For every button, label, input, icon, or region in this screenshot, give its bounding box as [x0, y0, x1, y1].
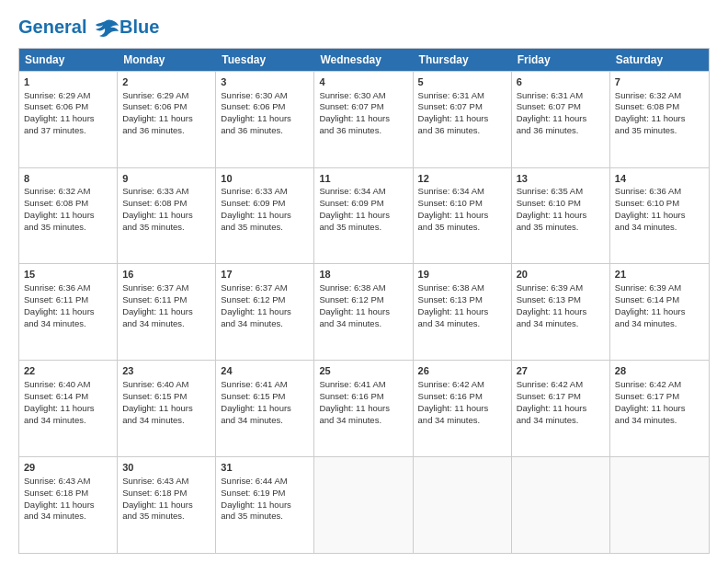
day-info-line: Daylight: 11 hours	[221, 113, 309, 125]
calendar-day-10: 10Sunrise: 6:33 AMSunset: 6:09 PMDayligh…	[216, 168, 314, 264]
calendar-day-30: 30Sunrise: 6:43 AMSunset: 6:18 PMDayligh…	[118, 457, 216, 553]
day-info-line: Daylight: 11 hours	[122, 500, 210, 511]
calendar-day-3: 3Sunrise: 6:30 AMSunset: 6:06 PMDaylight…	[216, 72, 314, 167]
day-info-line: Daylight: 11 hours	[615, 210, 704, 222]
logo: General Blue	[18, 17, 159, 39]
calendar-day-18: 18Sunrise: 6:38 AMSunset: 6:12 PMDayligh…	[314, 264, 413, 360]
day-info-line: Daylight: 11 hours	[122, 210, 210, 222]
day-info-line: Sunrise: 6:36 AM	[24, 282, 112, 294]
day-info-line: Sunrise: 6:44 AM	[221, 476, 309, 488]
calendar-day-5: 5Sunrise: 6:31 AMSunset: 6:07 PMDaylight…	[414, 72, 512, 167]
day-number: 11	[319, 172, 407, 186]
day-info-line: Sunrise: 6:31 AM	[418, 90, 506, 102]
day-info-line: and 36 minutes.	[319, 125, 407, 137]
day-info-line: Sunset: 6:07 PM	[319, 101, 407, 113]
day-number: 14	[615, 172, 704, 186]
day-info-line: Daylight: 11 hours	[319, 306, 407, 318]
day-info-line: Sunset: 6:18 PM	[122, 488, 210, 500]
day-info-line: Sunrise: 6:42 AM	[418, 379, 506, 391]
day-info-line: and 34 minutes.	[319, 415, 407, 427]
calendar-day-9: 9Sunrise: 6:33 AMSunset: 6:08 PMDaylight…	[118, 168, 216, 264]
day-info-line: Daylight: 11 hours	[221, 500, 309, 511]
day-info-line: Sunset: 6:06 PM	[221, 101, 309, 113]
day-info-line: Daylight: 11 hours	[418, 113, 506, 125]
day-info-line: Daylight: 11 hours	[517, 113, 605, 125]
calendar-day-13: 13Sunrise: 6:35 AMSunset: 6:10 PMDayligh…	[512, 168, 610, 264]
day-info-line: Sunset: 6:09 PM	[221, 198, 309, 210]
day-info-line: Sunrise: 6:37 AM	[122, 282, 210, 294]
calendar-day-7: 7Sunrise: 6:32 AMSunset: 6:08 PMDaylight…	[610, 72, 709, 167]
day-info-line: Daylight: 11 hours	[319, 403, 407, 415]
day-number: 20	[517, 268, 605, 282]
day-info-line: Daylight: 11 hours	[221, 306, 309, 318]
day-info-line: and 36 minutes.	[418, 125, 506, 137]
calendar-day-14: 14Sunrise: 6:36 AMSunset: 6:10 PMDayligh…	[610, 168, 709, 264]
calendar-day-12: 12Sunrise: 6:34 AMSunset: 6:10 PMDayligh…	[414, 168, 512, 264]
day-info-line: Sunset: 6:10 PM	[615, 198, 704, 210]
day-info-line: and 35 minutes.	[319, 222, 407, 234]
day-info-line: Sunrise: 6:30 AM	[221, 90, 309, 102]
day-info-line: Sunrise: 6:30 AM	[319, 90, 407, 102]
day-info-line: Sunrise: 6:40 AM	[24, 379, 112, 391]
day-number: 30	[122, 461, 210, 475]
day-number: 18	[319, 268, 407, 282]
calendar-day-17: 17Sunrise: 6:37 AMSunset: 6:12 PMDayligh…	[216, 264, 314, 360]
day-number: 28	[615, 364, 704, 378]
day-info-line: Sunset: 6:16 PM	[418, 391, 506, 403]
day-info-line: Sunrise: 6:42 AM	[517, 379, 605, 391]
day-info-line: Daylight: 11 hours	[122, 403, 210, 415]
day-info-line: and 34 minutes.	[517, 415, 605, 427]
day-info-line: and 35 minutes.	[418, 222, 506, 234]
header-day-wednesday: Wednesday	[314, 49, 413, 71]
day-info-line: Daylight: 11 hours	[319, 113, 407, 125]
calendar-day-20: 20Sunrise: 6:39 AMSunset: 6:13 PMDayligh…	[512, 264, 610, 360]
calendar-day-8: 8Sunrise: 6:32 AMSunset: 6:08 PMDaylight…	[19, 168, 118, 264]
day-number: 5	[418, 75, 506, 89]
day-info-line: Sunrise: 6:34 AM	[319, 186, 407, 198]
day-info-line: Sunrise: 6:35 AM	[517, 186, 605, 198]
day-number: 3	[221, 75, 309, 89]
day-info-line: and 34 minutes.	[418, 318, 506, 330]
day-info-line: Daylight: 11 hours	[221, 403, 309, 415]
day-info-line: Sunset: 6:12 PM	[221, 294, 309, 306]
day-number: 1	[24, 75, 112, 89]
day-number: 23	[122, 364, 210, 378]
day-number: 17	[221, 268, 309, 282]
day-info-line: Sunrise: 6:34 AM	[418, 186, 506, 198]
day-info-line: Daylight: 11 hours	[319, 210, 407, 222]
day-info-line: Sunrise: 6:43 AM	[24, 476, 112, 488]
day-info-line: Sunset: 6:12 PM	[319, 294, 407, 306]
logo-text-blue: Blue	[119, 17, 159, 38]
day-info-line: Sunrise: 6:32 AM	[615, 90, 704, 102]
day-info-line: Sunrise: 6:41 AM	[221, 379, 309, 391]
day-info-line: and 34 minutes.	[221, 318, 309, 330]
calendar-day-24: 24Sunrise: 6:41 AMSunset: 6:15 PMDayligh…	[216, 361, 314, 456]
logo-text-general: General	[18, 17, 86, 37]
day-info-line: Sunrise: 6:32 AM	[24, 186, 112, 198]
day-info-line: and 35 minutes.	[122, 222, 210, 234]
day-info-line: and 34 minutes.	[615, 415, 704, 427]
calendar-day-22: 22Sunrise: 6:40 AMSunset: 6:14 PMDayligh…	[19, 361, 118, 456]
day-info-line: Daylight: 11 hours	[221, 210, 309, 222]
day-info-line: and 34 minutes.	[122, 415, 210, 427]
header: General Blue	[18, 17, 710, 39]
day-info-line: Sunset: 6:13 PM	[517, 294, 605, 306]
day-info-line: and 34 minutes.	[418, 415, 506, 427]
day-info-line: and 36 minutes.	[221, 125, 309, 137]
day-number: 6	[517, 75, 605, 89]
day-info-line: and 34 minutes.	[517, 318, 605, 330]
day-number: 21	[615, 268, 704, 282]
day-number: 25	[319, 364, 407, 378]
day-info-line: Sunset: 6:17 PM	[517, 391, 605, 403]
calendar-day-1: 1Sunrise: 6:29 AMSunset: 6:06 PMDaylight…	[19, 72, 118, 167]
day-number: 27	[517, 364, 605, 378]
day-info-line: Sunset: 6:16 PM	[319, 391, 407, 403]
day-info-line: Sunset: 6:06 PM	[122, 101, 210, 113]
calendar-week-4: 22Sunrise: 6:40 AMSunset: 6:14 PMDayligh…	[19, 360, 709, 456]
day-info-line: Sunrise: 6:33 AM	[221, 186, 309, 198]
day-number: 19	[418, 268, 506, 282]
day-info-line: Sunset: 6:13 PM	[418, 294, 506, 306]
calendar-day-16: 16Sunrise: 6:37 AMSunset: 6:11 PMDayligh…	[118, 264, 216, 360]
calendar-week-2: 8Sunrise: 6:32 AMSunset: 6:08 PMDaylight…	[19, 167, 709, 264]
day-info-line: Daylight: 11 hours	[418, 403, 506, 415]
